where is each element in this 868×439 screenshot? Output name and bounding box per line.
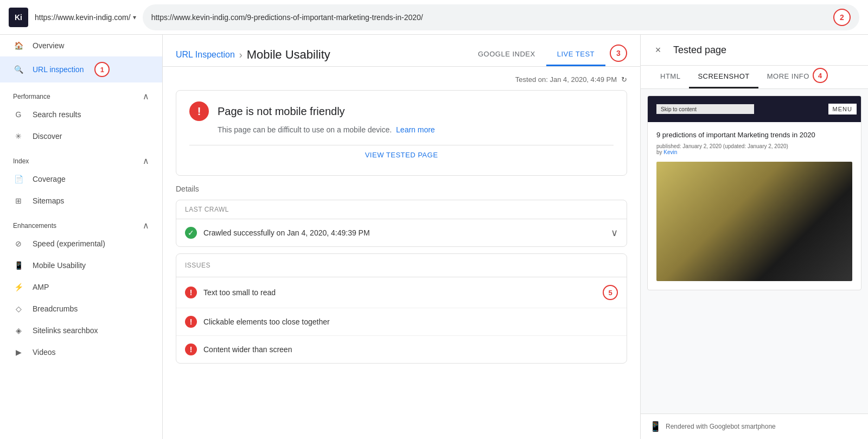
url-input-bar[interactable]: https://www.kevin-indig.com/9-prediction… <box>143 4 859 30</box>
panel-body: Skip to content MENU 9 predictions of im… <box>641 89 868 413</box>
index-chevron-icon[interactable]: ∧ <box>143 156 149 166</box>
crawl-status-row[interactable]: ✓ Crawled successfully on Jan 4, 2020, 4… <box>176 219 627 246</box>
issue-row-content-wider[interactable]: ! Content wider than screen <box>176 336 627 363</box>
breadcrumbs-icon: ◇ <box>13 303 24 314</box>
smartphone-icon: 📱 <box>649 421 661 432</box>
menu-label: MENU <box>833 106 852 112</box>
google-icon: G <box>13 109 24 120</box>
tested-on-text: Tested on: Jan 4, 2020, 4:49 PM <box>515 75 617 84</box>
status-card: ! Page is not mobile friendly This page … <box>176 90 627 176</box>
status-description: This page can be difficult to use on a m… <box>218 125 614 134</box>
screenshot-by: by Kevin <box>656 149 677 155</box>
sidebar-item-sitelinks[interactable]: ◈ Sitelinks searchbox <box>0 320 162 341</box>
performance-label: Performance <box>13 93 50 100</box>
tab-html[interactable]: HTML <box>652 66 689 88</box>
mobile-usability-label: Mobile Usability <box>33 261 86 270</box>
expand-chevron-icon[interactable]: ∨ <box>611 227 618 239</box>
amp-icon: ⚡ <box>13 282 24 292</box>
videos-label: Videos <box>33 348 56 357</box>
screenshot-preview: Skip to content MENU 9 predictions of im… <box>647 96 861 290</box>
breadcrumb-link[interactable]: URL Inspection <box>176 50 235 60</box>
error-circle-icon: ! <box>189 101 209 121</box>
screenshot-nav-bar: Skip to content MENU <box>648 96 861 122</box>
view-tested-page-button[interactable]: VIEW TESTED PAGE <box>189 145 614 164</box>
coverage-label: Coverage <box>33 175 66 183</box>
sidebar-item-url-inspection[interactable]: 🔍 URL inspection 1 <box>0 56 162 82</box>
tested-on-row: Tested on: Jan 4, 2020, 4:49 PM ↻ <box>176 75 627 84</box>
issues-card: Issues ! Text too small to read 5 ! Clic… <box>176 253 627 364</box>
url-inspection-label: URL inspection <box>33 65 84 74</box>
speed-label: Speed (experimental) <box>33 239 105 248</box>
tab-more-info[interactable]: MORE INFO 4 <box>758 66 818 88</box>
sitelinks-label: Sitelinks searchbox <box>33 326 98 335</box>
tab-live-test[interactable]: LIVE TEST <box>546 43 605 66</box>
issue-row-text-too-small[interactable]: ! Text too small to read 5 <box>176 277 627 308</box>
sidebar-item-coverage[interactable]: 📄 Coverage <box>0 168 162 190</box>
last-crawl-card: Last crawl ✓ Crawled successfully on Jan… <box>176 200 627 247</box>
panel-header: × Tested page <box>641 35 868 66</box>
issue-text-1: Text too small to read <box>203 288 596 297</box>
screenshot-container: Skip to content MENU 9 predictions of im… <box>641 89 868 413</box>
sidebar-item-amp[interactable]: ⚡ AMP <box>0 276 162 298</box>
enhancements-chevron-icon[interactable]: ∧ <box>143 220 149 231</box>
mobile-icon: 📱 <box>13 260 24 271</box>
annotation-5: 5 <box>603 285 618 300</box>
sitelinks-icon: ◈ <box>13 325 24 336</box>
issue-row-clickable-elements[interactable]: ! Clickable elements too close together <box>176 308 627 336</box>
rendered-with-text: Rendered with Googlebot smartphone <box>666 423 776 430</box>
search-results-label: Search results <box>33 110 81 119</box>
site-url-text: https://www.kevin-indig.com/ <box>35 13 131 22</box>
screenshot-content: 9 predictions of important Marketing tre… <box>648 122 861 290</box>
overview-label: Overview <box>33 41 64 50</box>
annotation-4: 4 <box>813 68 828 83</box>
annotation-1: 1 <box>94 62 110 77</box>
dropdown-arrow-icon[interactable]: ▾ <box>133 14 136 21</box>
enhancements-section-header[interactable]: Enhancements ∧ <box>0 212 162 233</box>
issue-error-icon-2: ! <box>185 316 197 328</box>
videos-icon: ▶ <box>13 347 24 358</box>
sidebar-item-speed[interactable]: ⊘ Speed (experimental) <box>0 233 162 255</box>
sidebar-item-overview[interactable]: 🏠 Overview <box>0 35 162 56</box>
speed-icon: ⊘ <box>13 238 24 249</box>
index-section-header[interactable]: Index ∧ <box>0 147 162 168</box>
site-logo: Ki <box>9 8 28 27</box>
close-button[interactable]: × <box>652 43 665 56</box>
refresh-icon[interactable]: ↻ <box>621 75 627 84</box>
issue-error-icon-1: ! <box>185 287 197 298</box>
performance-section-header[interactable]: Performance ∧ <box>0 82 162 104</box>
issue-text-2: Clickable elements too close together <box>203 317 618 326</box>
learn-more-link[interactable]: Learn more <box>396 125 435 134</box>
menu-button[interactable]: MENU <box>828 104 857 114</box>
breadcrumb-separator-icon: › <box>239 49 242 61</box>
sidebar-item-breadcrumbs[interactable]: ◇ Breadcrumbs <box>0 298 162 320</box>
tab-screenshot[interactable]: SCREENSHOT <box>689 66 758 88</box>
content-area: URL Inspection › Mobile Usability GOOGLE… <box>163 35 640 439</box>
sidebar-item-videos[interactable]: ▶ Videos <box>0 341 162 363</box>
panel-tabs: HTML SCREENSHOT MORE INFO 4 <box>641 66 868 89</box>
sidebar-item-sitemaps[interactable]: ⊞ Sitemaps <box>0 190 162 212</box>
sidebar-item-search-results[interactable]: G Search results <box>0 104 162 125</box>
top-bar: Ki https://www.kevin-indig.com/ ▾ https:… <box>0 0 868 35</box>
search-icon: 🔍 <box>13 64 24 75</box>
discover-icon: ✳ <box>13 131 24 142</box>
site-url-display[interactable]: https://www.kevin-indig.com/ ▾ <box>35 13 136 22</box>
sidebar: 🏠 Overview 🔍 URL inspection 1 Performanc… <box>0 35 163 439</box>
annotation-3: 3 <box>610 44 627 62</box>
issue-error-icon-3: ! <box>185 343 197 355</box>
panel-footer: 📱 Rendered with Googlebot smartphone <box>641 413 868 439</box>
content-body: Tested on: Jan 4, 2020, 4:49 PM ↻ ! Page… <box>163 67 640 439</box>
coverage-icon: 📄 <box>13 174 24 184</box>
sidebar-item-mobile-usability[interactable]: 📱 Mobile Usability <box>0 255 162 276</box>
performance-chevron-icon[interactable]: ∧ <box>143 91 149 101</box>
page-title: Mobile Usability <box>247 48 330 62</box>
right-panel: × Tested page HTML SCREENSHOT MORE INFO … <box>640 35 868 439</box>
header-row: URL Inspection › Mobile Usability GOOGLE… <box>176 43 627 66</box>
author-link[interactable]: Kevin <box>663 149 677 155</box>
success-check-icon: ✓ <box>185 227 197 239</box>
tab-google-index[interactable]: GOOGLE INDEX <box>467 43 546 66</box>
details-label: Details <box>176 184 627 193</box>
amp-label: AMP <box>33 283 49 291</box>
last-crawl-label: Last crawl <box>176 200 627 219</box>
content-header: URL Inspection › Mobile Usability GOOGLE… <box>163 35 640 67</box>
sidebar-item-discover[interactable]: ✳ Discover <box>0 125 162 147</box>
